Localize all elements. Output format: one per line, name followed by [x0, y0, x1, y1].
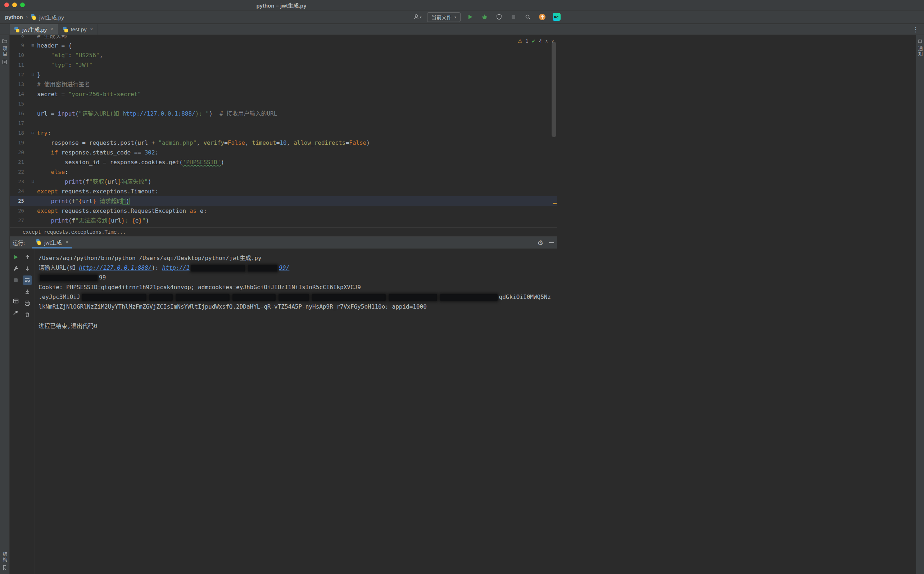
code-line[interactable]: 24except requests.exceptions.Timeout:: [10, 186, 557, 196]
code-line[interactable]: 13# 使用密钥进行签名: [10, 80, 557, 89]
line-number[interactable]: 10: [10, 50, 28, 60]
stop-process-button[interactable]: [11, 276, 20, 285]
hyperlink[interactable]: http://1: [162, 264, 190, 271]
restore-layout-button[interactable]: [11, 296, 20, 306]
inspections-widget[interactable]: ⚠ 1 ✓ 4 ∧ ∨: [518, 38, 554, 44]
user-account-button[interactable]: ▾: [413, 12, 422, 22]
print-button[interactable]: [23, 298, 32, 308]
editor-tab[interactable]: jwt生成.py✕: [10, 24, 58, 35]
search-everywhere-button[interactable]: [523, 12, 533, 22]
line-number[interactable]: 22: [10, 167, 28, 177]
line-number[interactable]: 18: [10, 128, 28, 138]
code-line[interactable]: 25 print(f"{url} 请求超时"): [10, 196, 557, 206]
code-line[interactable]: 19 response = requests.post(url + "admin…: [10, 138, 557, 148]
run-button[interactable]: [465, 12, 475, 22]
line-number[interactable]: 9: [10, 41, 28, 50]
editor-tab[interactable]: test.py✕: [58, 24, 98, 35]
line-number[interactable]: 24: [10, 186, 28, 196]
redacted-text: [191, 265, 245, 271]
close-icon[interactable]: ✕: [66, 240, 69, 244]
code-line[interactable]: 16url = input("请输入URL(如 http://127.0.0.1…: [10, 109, 557, 118]
breadcrumb-project[interactable]: python: [5, 14, 23, 20]
minimize-window-button[interactable]: [12, 3, 17, 7]
sidebar-item-notifications[interactable]: 通知: [916, 35, 924, 59]
update-available-button[interactable]: [537, 12, 547, 22]
run-configuration-select[interactable]: 当前文件 ▾: [427, 12, 460, 22]
more-options-icon[interactable]: ⋮: [913, 25, 919, 33]
fold-gutter: [28, 167, 37, 177]
modify-run-configuration-button[interactable]: [11, 264, 20, 273]
stop-button[interactable]: [509, 12, 518, 22]
run-with-coverage-button[interactable]: [494, 12, 504, 22]
up-stack-trace-button[interactable]: [23, 252, 32, 262]
close-icon[interactable]: ✕: [90, 27, 93, 32]
editor-scrollbar[interactable]: [552, 42, 556, 137]
python-file-icon: [63, 27, 68, 32]
line-number[interactable]: 14: [10, 89, 28, 99]
down-stack-trace-button[interactable]: [23, 264, 32, 273]
line-number[interactable]: 25: [10, 196, 28, 206]
line-number[interactable]: 21: [10, 158, 28, 167]
line-number[interactable]: 27: [10, 216, 28, 226]
code-line[interactable]: 27 print(f"无法连接到{url}: {e}"): [10, 216, 557, 226]
fold-marker-icon[interactable]: ⊔: [28, 177, 37, 186]
sidebar-item-project[interactable]: 项目: [0, 35, 9, 65]
code-line[interactable]: 22 else:: [10, 167, 557, 177]
code-line[interactable]: 15: [10, 99, 557, 109]
rerun-button[interactable]: [11, 252, 20, 262]
line-number[interactable]: 11: [10, 60, 28, 70]
code-line[interactable]: 17: [10, 118, 557, 128]
maximize-window-button[interactable]: [20, 3, 25, 7]
line-number[interactable]: 8: [10, 35, 28, 41]
chevron-up-icon[interactable]: ∧: [545, 39, 548, 44]
pin-tab-button[interactable]: [11, 308, 20, 317]
code-line[interactable]: 14secret = "your-256-bit-secret": [10, 89, 557, 99]
clear-console-button[interactable]: [23, 310, 32, 319]
breadcrumb-file[interactable]: jwt生成.py: [39, 13, 64, 21]
code-line[interactable]: 20 if response.status_code == 302:: [10, 148, 557, 158]
line-number[interactable]: 23: [10, 177, 28, 186]
run-console[interactable]: /Users/aqi/python/bin/python /Users/aqi/…: [35, 249, 557, 574]
code-line[interactable]: 26except requests.exceptions.RequestExce…: [10, 206, 557, 216]
line-number[interactable]: 16: [10, 109, 28, 118]
scroll-to-end-button[interactable]: [23, 287, 32, 296]
error-stripe-mark[interactable]: [553, 203, 556, 204]
code-line[interactable]: 11 "typ": "JWT": [10, 60, 557, 70]
close-window-button[interactable]: [4, 3, 9, 7]
line-number[interactable]: 15: [10, 99, 28, 109]
hyperlink[interactable]: http://127.0.0.1:888/: [123, 110, 195, 117]
play-icon: [13, 254, 19, 260]
hide-panel-icon[interactable]: [549, 242, 554, 243]
code-line[interactable]: 9⊟header = {: [10, 41, 557, 50]
code-line[interactable]: 12⊔}: [10, 70, 557, 80]
window-title: python – jwt生成.py: [256, 2, 306, 9]
code-editor[interactable]: 8# 生成头部9⊟header = {10 "alg": "HS256",11 …: [10, 35, 557, 227]
fold-marker-icon[interactable]: ⊔: [28, 70, 37, 80]
console-line: lkNmRiZjNlOGRlNzZiM2UyYThlMzFmZGVjZCIsIm…: [39, 302, 557, 312]
run-configuration-label: 当前文件: [431, 13, 451, 20]
code-line[interactable]: 21 session_id = response.cookies.get('PH…: [10, 158, 557, 167]
hyperlink[interactable]: 99/: [279, 264, 289, 271]
line-number[interactable]: 13: [10, 80, 28, 89]
code-line[interactable]: 8# 生成头部: [10, 35, 557, 41]
line-number[interactable]: 12: [10, 70, 28, 80]
debug-button[interactable]: [480, 12, 489, 22]
line-number[interactable]: 19: [10, 138, 28, 148]
gear-icon[interactable]: ⚙: [537, 239, 543, 247]
line-number[interactable]: 26: [10, 206, 28, 216]
code-text: print(f"获取{url}响应失败"): [37, 177, 557, 186]
line-number[interactable]: 20: [10, 148, 28, 158]
chevron-down-icon[interactable]: ∨: [551, 39, 554, 44]
fold-marker-icon[interactable]: ⊟: [28, 41, 37, 50]
soft-wrap-toggle[interactable]: [23, 276, 32, 285]
run-tab[interactable]: jwt生成 ✕: [32, 237, 72, 249]
code-line[interactable]: 10 "alg": "HS256",: [10, 50, 557, 60]
close-icon[interactable]: ✕: [50, 27, 53, 32]
fold-marker-icon[interactable]: ⊟: [28, 128, 37, 138]
sidebar-item-structure[interactable]: 结构: [0, 549, 9, 571]
code-line[interactable]: 23⊔ print(f"获取{url}响应失败"): [10, 177, 557, 186]
hyperlink[interactable]: http://127.0.0.1:888/: [79, 264, 151, 271]
code-line[interactable]: 18⊟try:: [10, 128, 557, 138]
line-number[interactable]: 17: [10, 118, 28, 128]
editor-context-bar[interactable]: except requests.exceptions.Time...: [10, 227, 557, 237]
